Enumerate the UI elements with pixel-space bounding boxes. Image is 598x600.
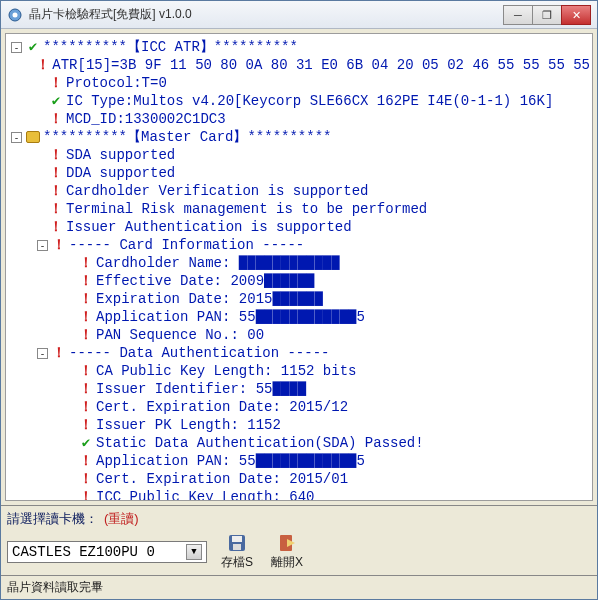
- bang-icon: ！: [78, 272, 94, 290]
- reader-label: 請選擇讀卡機：: [7, 510, 98, 528]
- reload-link[interactable]: (重讀): [104, 510, 139, 528]
- tree-node-cardholder-name[interactable]: ！ Cardholder Name: ████████████: [8, 254, 590, 272]
- svg-rect-4: [233, 544, 241, 550]
- tree-node-sda-passed[interactable]: ✔ Static Data Authentication(SDA) Passed…: [8, 434, 590, 452]
- exit-icon: [276, 532, 298, 554]
- bang-icon: ！: [78, 470, 94, 488]
- minimize-button[interactable]: ─: [503, 5, 533, 25]
- reader-panel: 請選擇讀卡機： (重讀): [1, 505, 597, 532]
- svg-point-1: [13, 12, 18, 17]
- bang-icon: ！: [78, 326, 94, 344]
- bang-icon: ！: [51, 344, 67, 362]
- status-text: 晶片資料讀取完畢: [7, 580, 103, 594]
- expander-icon[interactable]: -: [37, 240, 48, 251]
- check-icon: ✔: [48, 92, 64, 110]
- tree-node-dataauth[interactable]: - ！ ----- Data Authentication -----: [8, 344, 590, 362]
- tree-node-dda[interactable]: ！ DDA supported: [8, 164, 590, 182]
- maximize-button[interactable]: ❐: [532, 5, 562, 25]
- tree-node-ca-pk-length[interactable]: ！ CA Public Key Length: 1152 bits: [8, 362, 590, 380]
- app-icon: [7, 7, 23, 23]
- bang-icon: ！: [48, 110, 64, 128]
- save-label: 存檔S: [221, 554, 253, 571]
- check-icon: ✔: [25, 38, 41, 56]
- app-window: 晶片卡檢驗程式[免費版] v1.0.0 ─ ❐ ✕ - ✔ **********…: [0, 0, 598, 600]
- card-icon: [25, 131, 41, 143]
- tree-node-issuer-pk-length[interactable]: ！ Issuer PK Length: 1152: [8, 416, 590, 434]
- bang-icon: ！: [48, 146, 64, 164]
- bang-icon: ！: [36, 56, 50, 74]
- bang-icon: ！: [78, 452, 94, 470]
- tree-node-icc-pk-length[interactable]: ！ ICC Public Key Length: 640: [8, 488, 590, 501]
- bang-icon: ！: [78, 290, 94, 308]
- exit-label: 離開X: [271, 554, 303, 571]
- tree-node-cardinfo[interactable]: - ！ ----- Card Information -----: [8, 236, 590, 254]
- bang-icon: ！: [78, 308, 94, 326]
- tree-node-app-pan[interactable]: ！ Application PAN: 55████████████5: [8, 452, 590, 470]
- expander-icon[interactable]: -: [11, 132, 22, 143]
- chevron-down-icon[interactable]: ▼: [186, 544, 202, 560]
- tree-node-sda[interactable]: ！ SDA supported: [8, 146, 590, 164]
- tree-node-pan-seq[interactable]: ！ PAN Sequence No.: 00: [8, 326, 590, 344]
- tree-node-atr[interactable]: ！ ATR[15]=3B 9F 11 50 80 0A 80 31 E0 6B …: [8, 56, 590, 74]
- exit-button[interactable]: 離開X: [267, 532, 307, 571]
- expander-icon[interactable]: -: [37, 348, 48, 359]
- bang-icon: ！: [48, 182, 64, 200]
- bang-icon: ！: [48, 218, 64, 236]
- tree-node-application-pan[interactable]: ！ Application PAN: 55████████████5: [8, 308, 590, 326]
- tree-node-cv[interactable]: ！ Cardholder Verification is supported: [8, 182, 590, 200]
- bang-icon: ！: [78, 380, 94, 398]
- tree-node-trm[interactable]: ！ Terminal Risk management is to be perf…: [8, 200, 590, 218]
- statusbar: 晶片資料讀取完畢: [1, 575, 597, 599]
- tree-node-ia[interactable]: ！ Issuer Authentication is supported: [8, 218, 590, 236]
- reader-select[interactable]: CASTLES EZ100PU 0 ▼: [7, 541, 207, 563]
- bang-icon: ！: [48, 200, 64, 218]
- tree-node-protocol[interactable]: ！ Protocol:T=0: [8, 74, 590, 92]
- tree-node-issuer-id[interactable]: ！ Issuer Identifier: 55████: [8, 380, 590, 398]
- bang-icon: ！: [78, 416, 94, 434]
- tree-node-cert-exp[interactable]: ！ Cert. Expiration Date: 2015/12: [8, 398, 590, 416]
- reader-row: CASTLES EZ100PU 0 ▼ 存檔S 離開X: [1, 532, 597, 575]
- bang-icon: ！: [78, 254, 94, 272]
- bang-icon: ！: [48, 164, 64, 182]
- expander-icon[interactable]: -: [11, 42, 22, 53]
- svg-rect-3: [232, 536, 242, 542]
- bang-icon: ！: [78, 398, 94, 416]
- tree-node-icc-atr[interactable]: - ✔ **********【ICC ATR】**********: [8, 38, 590, 56]
- close-button[interactable]: ✕: [561, 5, 591, 25]
- tree-view[interactable]: - ✔ **********【ICC ATR】********** ！ ATR[…: [5, 33, 593, 501]
- bang-icon: ！: [51, 236, 67, 254]
- bang-icon: ！: [78, 362, 94, 380]
- reader-selected-value: CASTLES EZ100PU 0: [12, 544, 155, 560]
- save-button[interactable]: 存檔S: [217, 532, 257, 571]
- tree-node-ictype[interactable]: ✔ IC Type:Multos v4.20[Keycorp SLE66CX 1…: [8, 92, 590, 110]
- save-icon: [226, 532, 248, 554]
- window-buttons: ─ ❐ ✕: [504, 5, 591, 25]
- tree-node-mcdid[interactable]: ！ MCD_ID:1330002C1DC3: [8, 110, 590, 128]
- bang-icon: ！: [48, 74, 64, 92]
- bang-icon: ！: [78, 488, 94, 501]
- tree-node-effective-date[interactable]: ！ Effective Date: 2009██████: [8, 272, 590, 290]
- window-title: 晶片卡檢驗程式[免費版] v1.0.0: [29, 6, 504, 23]
- tree-node-mastercard[interactable]: - **********【Master Card】**********: [8, 128, 590, 146]
- tree-node-cert-exp2[interactable]: ！ Cert. Expiration Date: 2015/01: [8, 470, 590, 488]
- check-icon: ✔: [78, 434, 94, 452]
- tree-node-expiration-date[interactable]: ！ Expiration Date: 2015██████: [8, 290, 590, 308]
- titlebar: 晶片卡檢驗程式[免費版] v1.0.0 ─ ❐ ✕: [1, 1, 597, 29]
